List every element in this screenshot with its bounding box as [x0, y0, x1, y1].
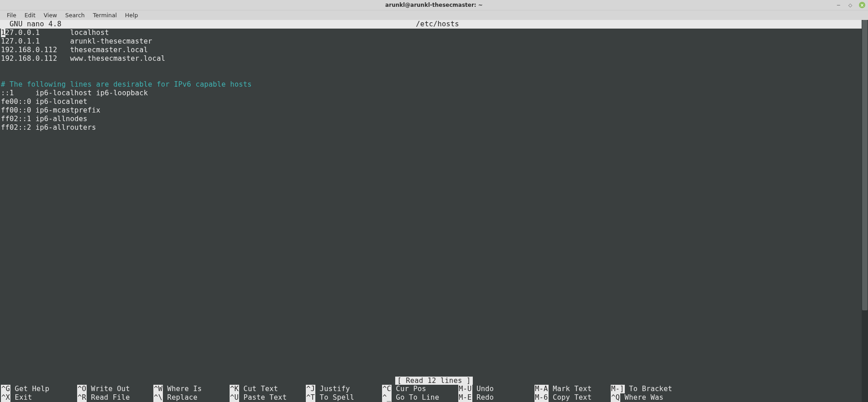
shortcut-key: ^U [230, 393, 239, 402]
shortcut-key: M-U [458, 385, 472, 393]
shortcut-item: M-6 Copy Text [535, 393, 611, 402]
minimize-icon[interactable]: ─ [835, 2, 842, 8]
shortcut-item: ^\ Replace [153, 393, 230, 402]
shortcut-key: ^G [1, 385, 10, 393]
menu-edit[interactable]: Edit [20, 11, 39, 20]
menu-view[interactable]: View [39, 11, 61, 20]
nano-filename: /etc/hosts [7, 20, 868, 29]
editor-line: 192.168.0.112 www.thesecmaster.local [1, 54, 868, 63]
shortcut-item: M-E Redo [458, 393, 535, 402]
shortcut-item: ^X Exit [1, 393, 77, 402]
editor-line: ff02::1 ip6-allnodes [1, 115, 868, 123]
editor-line: # The following lines are desirable for … [1, 80, 868, 89]
shortcut-key: M-] [611, 385, 625, 393]
menu-terminal[interactable]: Terminal [89, 11, 121, 20]
shortcut-key: ^Q [611, 393, 620, 402]
window-titlebar: arunkl@arunkl-thesecmaster: ~ ─ ◇ × [0, 0, 868, 10]
editor-line: ff00::0 ip6-mcastprefix [1, 106, 868, 115]
editor-line: 127.0.0.1 localhost [1, 29, 868, 37]
shortcut-key: ^R [77, 393, 87, 402]
nano-status-line: [ Read 12 lines ] [0, 377, 868, 385]
shortcut-key: ^O [77, 385, 87, 393]
shortcut-key: ^W [153, 385, 163, 393]
menu-file[interactable]: File [3, 11, 20, 20]
window-controls: ─ ◇ × [835, 2, 865, 8]
shortcut-key: ^T [306, 393, 315, 402]
editor-line: fe00::0 ip6-localnet [1, 98, 868, 106]
editor-line [1, 63, 868, 72]
shortcut-key: ^C [382, 385, 392, 393]
menu-help[interactable]: Help [121, 11, 142, 20]
shortcut-item: ^_ Go To Line [382, 393, 458, 402]
shortcut-item: ^J Justify [306, 385, 382, 393]
nano-shortcuts: ^G Get Help^O Write Out^W Where Is^K Cut… [0, 385, 868, 402]
close-icon[interactable]: × [859, 2, 865, 8]
maximize-icon[interactable]: ◇ [847, 2, 853, 8]
editor-line: ff02::2 ip6-allrouters [1, 123, 868, 132]
shortcut-key: ^K [230, 385, 239, 393]
editor-line: 127.0.1.1 arunkl-thesecmaster [1, 37, 868, 46]
shortcut-item: ^K Cut Text [230, 385, 306, 393]
shortcut-key: ^J [306, 385, 315, 393]
menu-search[interactable]: Search [61, 11, 89, 20]
shortcut-key: ^\ [153, 393, 163, 402]
shortcut-item: M-U Undo [458, 385, 535, 393]
shortcut-item: ^O Write Out [77, 385, 153, 393]
editor-line: 192.168.0.112 thesecmaster.local [1, 46, 868, 54]
shortcut-item: ^U Paste Text [230, 393, 306, 402]
editor-content[interactable]: 127.0.0.1 localhost127.0.1.1 arunkl-thes… [0, 29, 868, 132]
terminal-scrollbar[interactable] [862, 20, 868, 402]
shortcut-key: M-E [458, 393, 472, 402]
nano-header: GNU nano 4.8 /etc/hosts [0, 20, 868, 29]
editor-line [1, 72, 868, 80]
editor-line: ::1 ip6-localhost ip6-loopback [1, 89, 868, 98]
window-title: arunkl@arunkl-thesecmaster: ~ [385, 2, 483, 8]
shortcut-key: M-6 [535, 393, 549, 402]
cursor: 1 [1, 29, 5, 37]
nano-status-text: [ Read 12 lines ] [395, 377, 472, 385]
shortcut-item: ^C Cur Pos [382, 385, 458, 393]
shortcut-item: ^T To Spell [306, 393, 382, 402]
shortcut-item: ^Q Where Was [611, 393, 687, 402]
shortcut-key: ^X [1, 393, 10, 402]
terminal-area[interactable]: GNU nano 4.8 /etc/hosts 127.0.0.1 localh… [0, 20, 868, 402]
shortcut-item: ^W Where Is [153, 385, 230, 393]
shortcut-row-1: ^G Get Help^O Write Out^W Where Is^K Cut… [1, 385, 868, 393]
shortcut-item: M-A Mark Text [535, 385, 611, 393]
shortcut-item: ^R Read File [77, 393, 153, 402]
shortcut-key: ^_ [382, 393, 392, 402]
menu-bar: File Edit View Search Terminal Help [0, 10, 868, 20]
shortcut-row-2: ^X Exit^R Read File^\ Replace^U Paste Te… [1, 393, 868, 402]
shortcut-item: ^G Get Help [1, 385, 77, 393]
shortcut-key: M-A [535, 385, 549, 393]
scrollbar-thumb[interactable] [862, 20, 868, 310]
shortcut-item: M-] To Bracket [611, 385, 687, 393]
